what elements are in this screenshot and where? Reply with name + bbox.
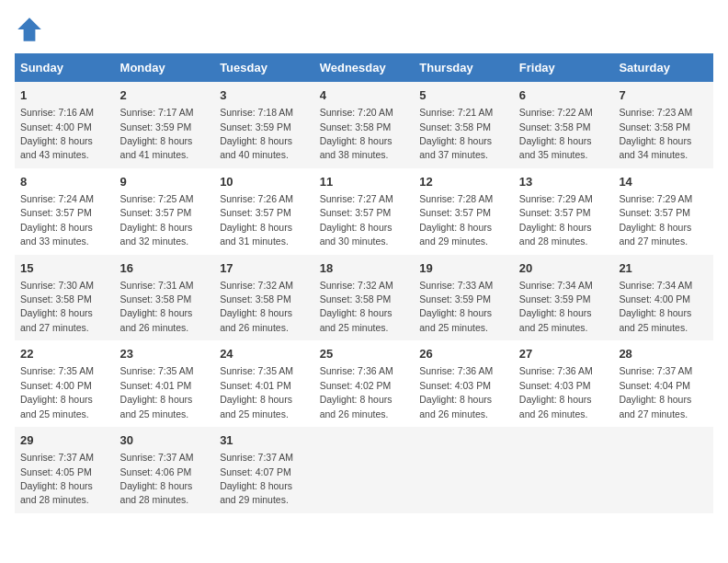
day-number: 15: [20, 260, 109, 277]
calendar-cell: [514, 427, 614, 513]
day-number: 25: [320, 346, 409, 362]
day-info: Sunrise: 7:30 AMSunset: 3:58 PMDaylight:…: [20, 280, 94, 333]
day-number: 31: [220, 432, 309, 449]
day-info: Sunrise: 7:32 AMSunset: 3:58 PMDaylight:…: [220, 280, 293, 333]
day-info: Sunrise: 7:33 AMSunset: 3:59 PMDaylight:…: [419, 280, 493, 333]
calendar-cell: 30 Sunrise: 7:37 AMSunset: 4:06 PMDaylig…: [115, 427, 215, 513]
calendar-cell: 18 Sunrise: 7:32 AMSunset: 3:58 PMDaylig…: [314, 255, 415, 341]
day-info: Sunrise: 7:34 AMSunset: 4:00 PMDaylight:…: [619, 280, 692, 333]
calendar-cell: 21 Sunrise: 7:34 AMSunset: 4:00 PMDaylig…: [613, 255, 713, 341]
calendar-week-3: 15 Sunrise: 7:30 AMSunset: 3:58 PMDaylig…: [15, 255, 713, 341]
calendar-cell: 22 Sunrise: 7:35 AMSunset: 4:00 PMDaylig…: [15, 340, 115, 427]
calendar-cell: 7 Sunrise: 7:23 AMSunset: 3:58 PMDayligh…: [613, 82, 713, 168]
calendar-cell: 2 Sunrise: 7:17 AMSunset: 3:59 PMDayligh…: [115, 82, 215, 168]
calendar-week-2: 8 Sunrise: 7:24 AMSunset: 3:57 PMDayligh…: [15, 168, 713, 255]
day-info: Sunrise: 7:35 AMSunset: 4:00 PMDaylight:…: [20, 365, 94, 419]
header-tuesday: Tuesday: [214, 53, 314, 82]
header-friday: Friday: [514, 53, 614, 82]
day-number: 18: [320, 260, 409, 277]
calendar-cell: 20 Sunrise: 7:34 AMSunset: 3:59 PMDaylig…: [514, 255, 614, 341]
calendar-cell: 4 Sunrise: 7:20 AMSunset: 3:58 PMDayligh…: [314, 82, 415, 168]
calendar-cell: 26 Sunrise: 7:36 AMSunset: 4:03 PMDaylig…: [414, 340, 514, 427]
day-info: Sunrise: 7:26 AMSunset: 3:57 PMDaylight:…: [220, 193, 293, 247]
day-number: 4: [320, 87, 409, 104]
day-info: Sunrise: 7:36 AMSunset: 4:03 PMDaylight:…: [419, 365, 493, 419]
day-number: 3: [220, 87, 309, 104]
calendar-cell: 10 Sunrise: 7:26 AMSunset: 3:57 PMDaylig…: [214, 168, 314, 255]
day-info: Sunrise: 7:28 AMSunset: 3:57 PMDaylight:…: [419, 193, 493, 247]
calendar-cell: 1 Sunrise: 7:16 AMSunset: 4:00 PMDayligh…: [15, 82, 115, 168]
day-info: Sunrise: 7:16 AMSunset: 4:00 PMDaylight:…: [20, 107, 94, 160]
day-number: 2: [120, 87, 210, 104]
calendar-cell: 15 Sunrise: 7:30 AMSunset: 3:58 PMDaylig…: [15, 255, 115, 341]
day-number: 6: [519, 87, 609, 104]
calendar-week-1: 1 Sunrise: 7:16 AMSunset: 4:00 PMDayligh…: [15, 82, 713, 168]
calendar-cell: 14 Sunrise: 7:29 AMSunset: 3:57 PMDaylig…: [613, 168, 713, 255]
day-info: Sunrise: 7:37 AMSunset: 4:06 PMDaylight:…: [120, 452, 194, 505]
day-info: Sunrise: 7:36 AMSunset: 4:02 PMDaylight:…: [320, 365, 393, 419]
calendar-cell: 13 Sunrise: 7:29 AMSunset: 3:57 PMDaylig…: [514, 168, 614, 255]
day-number: 23: [120, 346, 210, 362]
day-info: Sunrise: 7:37 AMSunset: 4:04 PMDaylight:…: [619, 365, 692, 419]
day-info: Sunrise: 7:29 AMSunset: 3:57 PMDaylight:…: [619, 193, 692, 247]
header-sunday: Sunday: [15, 53, 115, 82]
day-number: 26: [419, 346, 508, 362]
calendar-cell: [314, 427, 415, 513]
day-number: 14: [619, 174, 708, 190]
header-wednesday: Wednesday: [314, 53, 415, 82]
calendar-cell: 23 Sunrise: 7:35 AMSunset: 4:01 PMDaylig…: [115, 340, 215, 427]
day-info: Sunrise: 7:31 AMSunset: 3:58 PMDaylight:…: [120, 280, 194, 333]
day-number: 11: [320, 174, 409, 190]
day-number: 20: [519, 260, 609, 277]
day-info: Sunrise: 7:25 AMSunset: 3:57 PMDaylight:…: [120, 193, 194, 247]
day-info: Sunrise: 7:23 AMSunset: 3:58 PMDaylight:…: [619, 107, 692, 160]
day-number: 17: [220, 260, 309, 277]
day-number: 16: [120, 260, 210, 277]
calendar-cell: 27 Sunrise: 7:36 AMSunset: 4:03 PMDaylig…: [514, 340, 614, 427]
calendar-cell: 11 Sunrise: 7:27 AMSunset: 3:57 PMDaylig…: [314, 168, 415, 255]
day-number: 22: [20, 346, 109, 362]
svg-marker-0: [17, 17, 41, 41]
calendar-week-4: 22 Sunrise: 7:35 AMSunset: 4:00 PMDaylig…: [15, 340, 713, 427]
day-number: 5: [419, 87, 508, 104]
day-info: Sunrise: 7:24 AMSunset: 3:57 PMDaylight:…: [20, 193, 94, 247]
calendar-cell: [613, 427, 713, 513]
calendar-cell: 5 Sunrise: 7:21 AMSunset: 3:58 PMDayligh…: [414, 82, 514, 168]
day-number: 29: [20, 432, 109, 449]
day-number: 9: [120, 174, 210, 190]
calendar-table: SundayMondayTuesdayWednesdayThursdayFrid…: [15, 53, 713, 513]
calendar-cell: 16 Sunrise: 7:31 AMSunset: 3:58 PMDaylig…: [115, 255, 215, 341]
day-info: Sunrise: 7:27 AMSunset: 3:57 PMDaylight:…: [320, 193, 393, 247]
header-monday: Monday: [115, 53, 215, 82]
calendar-cell: 6 Sunrise: 7:22 AMSunset: 3:58 PMDayligh…: [514, 82, 614, 168]
day-info: Sunrise: 7:34 AMSunset: 3:59 PMDaylight:…: [519, 280, 593, 333]
day-info: Sunrise: 7:20 AMSunset: 3:58 PMDaylight:…: [320, 107, 393, 160]
day-info: Sunrise: 7:21 AMSunset: 3:58 PMDaylight:…: [419, 107, 493, 160]
calendar-cell: 24 Sunrise: 7:35 AMSunset: 4:01 PMDaylig…: [214, 340, 314, 427]
day-info: Sunrise: 7:35 AMSunset: 4:01 PMDaylight:…: [120, 365, 194, 419]
day-info: Sunrise: 7:37 AMSunset: 4:05 PMDaylight:…: [20, 452, 94, 505]
day-number: 19: [419, 260, 508, 277]
day-info: Sunrise: 7:29 AMSunset: 3:57 PMDaylight:…: [519, 193, 593, 247]
day-number: 27: [519, 346, 609, 362]
day-number: 12: [419, 174, 508, 190]
calendar-cell: 12 Sunrise: 7:28 AMSunset: 3:57 PMDaylig…: [414, 168, 514, 255]
day-info: Sunrise: 7:22 AMSunset: 3:58 PMDaylight:…: [519, 107, 593, 160]
header-saturday: Saturday: [613, 53, 713, 82]
day-number: 13: [519, 174, 609, 190]
day-info: Sunrise: 7:32 AMSunset: 3:58 PMDaylight:…: [320, 280, 393, 333]
logo: [15, 15, 48, 44]
calendar-cell: 28 Sunrise: 7:37 AMSunset: 4:04 PMDaylig…: [613, 340, 713, 427]
day-number: 30: [120, 432, 210, 449]
calendar-cell: 17 Sunrise: 7:32 AMSunset: 3:58 PMDaylig…: [214, 255, 314, 341]
day-info: Sunrise: 7:17 AMSunset: 3:59 PMDaylight:…: [120, 107, 194, 160]
day-number: 24: [220, 346, 309, 362]
calendar-cell: 8 Sunrise: 7:24 AMSunset: 3:57 PMDayligh…: [15, 168, 115, 255]
day-number: 7: [619, 87, 708, 104]
calendar-week-5: 29 Sunrise: 7:37 AMSunset: 4:05 PMDaylig…: [15, 427, 713, 513]
day-info: Sunrise: 7:36 AMSunset: 4:03 PMDaylight:…: [519, 365, 593, 419]
day-info: Sunrise: 7:35 AMSunset: 4:01 PMDaylight:…: [220, 365, 293, 419]
day-number: 10: [220, 174, 309, 190]
day-number: 21: [619, 260, 708, 277]
calendar-cell: 9 Sunrise: 7:25 AMSunset: 3:57 PMDayligh…: [115, 168, 215, 255]
